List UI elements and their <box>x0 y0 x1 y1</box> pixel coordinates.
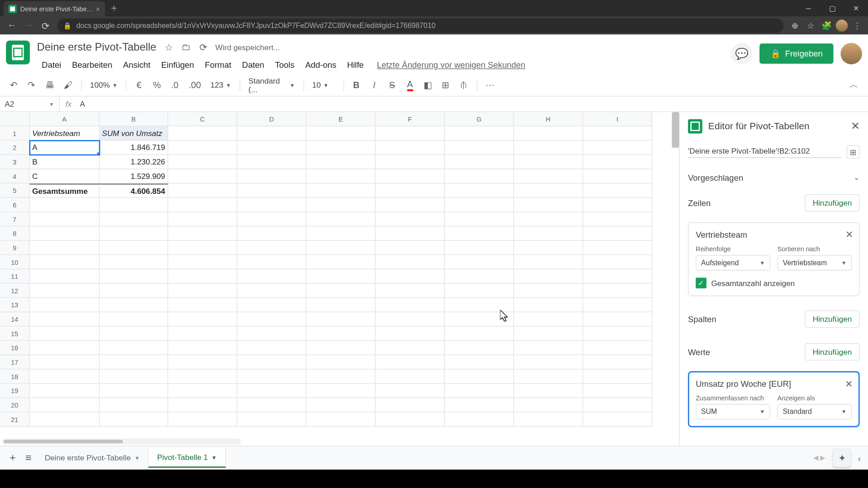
menu-insert[interactable]: Einfügen <box>156 58 199 72</box>
cell[interactable] <box>30 212 99 226</box>
cell[interactable] <box>445 155 514 169</box>
cell[interactable] <box>583 169 652 184</box>
cell[interactable] <box>583 255 652 269</box>
cell[interactable] <box>514 212 583 226</box>
extensions-icon[interactable]: 🧩 <box>819 19 834 33</box>
row-header[interactable]: 9 <box>0 241 30 255</box>
cell[interactable] <box>237 127 307 141</box>
browser-tab[interactable]: Deine erste Pivot-Tabelle - Goog × <box>4 1 105 17</box>
cell[interactable] <box>514 241 583 255</box>
cell[interactable] <box>376 226 445 241</box>
cell[interactable]: A <box>30 141 99 155</box>
cell[interactable] <box>445 141 514 155</box>
cell[interactable] <box>583 212 652 226</box>
remove-row-field-button[interactable]: ✕ <box>845 229 853 240</box>
cell[interactable] <box>30 384 99 398</box>
cell[interactable] <box>514 327 583 341</box>
cell[interactable] <box>168 183 237 198</box>
cell[interactable] <box>514 255 583 269</box>
cell[interactable] <box>168 284 237 298</box>
row-header[interactable]: 20 <box>0 398 30 413</box>
cell[interactable] <box>30 413 99 427</box>
cell[interactable] <box>445 183 514 198</box>
row-header[interactable]: 14 <box>0 312 30 327</box>
cell[interactable] <box>376 241 445 255</box>
cell[interactable]: Vertriebsteam <box>30 127 99 141</box>
cell[interactable] <box>99 284 168 298</box>
font-select[interactable]: Standard (...▼ <box>245 75 299 95</box>
cell[interactable] <box>445 226 514 241</box>
cell[interactable] <box>168 141 237 155</box>
cell[interactable] <box>168 127 237 141</box>
undo-button[interactable]: ↶ <box>6 77 21 93</box>
cell[interactable] <box>237 212 307 226</box>
cell[interactable] <box>99 341 168 355</box>
cell[interactable] <box>307 341 376 355</box>
menu-view[interactable]: Ansicht <box>118 58 156 72</box>
reload-button[interactable]: ⟳ <box>37 17 54 34</box>
cell[interactable] <box>237 198 307 212</box>
all-sheets-button[interactable]: ≡ <box>21 448 37 468</box>
cell[interactable] <box>514 355 583 370</box>
paint-format-button[interactable]: 🖌 <box>60 77 76 93</box>
cell[interactable]: 1.529.909 <box>99 169 168 184</box>
cell[interactable] <box>445 341 514 355</box>
cell[interactable] <box>445 169 514 184</box>
cell[interactable] <box>168 398 237 413</box>
strikethrough-button[interactable]: S <box>384 77 400 93</box>
cell[interactable] <box>307 284 376 298</box>
cell[interactable] <box>376 127 445 141</box>
window-minimize-icon[interactable]: ─ <box>797 0 821 17</box>
row-header[interactable]: 17 <box>0 355 30 370</box>
cell[interactable] <box>376 413 445 427</box>
collapse-toolbar-button[interactable]: ︿ <box>846 77 862 93</box>
column-header[interactable]: F <box>376 112 445 127</box>
italic-button[interactable]: I <box>367 77 382 93</box>
cell[interactable] <box>237 312 307 327</box>
cell[interactable] <box>30 269 99 284</box>
cell[interactable] <box>445 269 514 284</box>
cell[interactable] <box>99 413 168 427</box>
cell[interactable] <box>376 183 445 198</box>
cell[interactable] <box>99 384 168 398</box>
cell[interactable] <box>30 298 99 312</box>
last-edit-link[interactable]: Letzte Änderung vor wenigen Sekunden <box>377 60 525 70</box>
cell[interactable] <box>307 169 376 184</box>
remove-value-field-button[interactable]: ✕ <box>845 378 853 389</box>
format-123-select[interactable]: 123▼ <box>207 79 235 90</box>
cell[interactable] <box>237 398 307 413</box>
cell[interactable] <box>99 241 168 255</box>
cell[interactable] <box>376 255 445 269</box>
cell[interactable] <box>168 241 237 255</box>
cell[interactable]: SUM von Umsatz <box>99 127 168 141</box>
cell[interactable] <box>307 141 376 155</box>
cell[interactable] <box>237 241 307 255</box>
cell[interactable] <box>168 155 237 169</box>
cell[interactable] <box>583 327 652 341</box>
add-column-button[interactable]: Hinzufügen <box>805 310 860 328</box>
cell[interactable] <box>237 341 307 355</box>
cell[interactable] <box>445 198 514 212</box>
cell[interactable] <box>99 355 168 370</box>
select-all-corner[interactable] <box>0 112 30 127</box>
menu-format[interactable]: Format <box>200 58 236 72</box>
cell[interactable] <box>99 327 168 341</box>
cell[interactable] <box>376 370 445 384</box>
share-button[interactable]: 🔒 Freigeben <box>760 43 834 64</box>
suggested-section-toggle[interactable]: Vorgeschlagen ⌄ <box>688 173 860 182</box>
cell[interactable] <box>237 183 307 198</box>
sheet-tab-2[interactable]: Pivot-Tabelle 1 ▼ <box>149 448 226 468</box>
row-header[interactable]: 16 <box>0 341 30 355</box>
cell[interactable] <box>376 269 445 284</box>
cell[interactable] <box>168 226 237 241</box>
cell[interactable] <box>30 327 99 341</box>
cell[interactable] <box>168 298 237 312</box>
cell[interactable] <box>237 226 307 241</box>
add-value-button[interactable]: Hinzufügen <box>805 343 860 361</box>
cell[interactable] <box>514 127 583 141</box>
cell[interactable] <box>30 370 99 384</box>
cell[interactable] <box>168 198 237 212</box>
pivot-range-input[interactable]: 'Deine erste Pivot-Tabelle'!B2:G102 <box>688 146 842 158</box>
column-header[interactable]: G <box>445 112 514 127</box>
cell[interactable] <box>307 269 376 284</box>
